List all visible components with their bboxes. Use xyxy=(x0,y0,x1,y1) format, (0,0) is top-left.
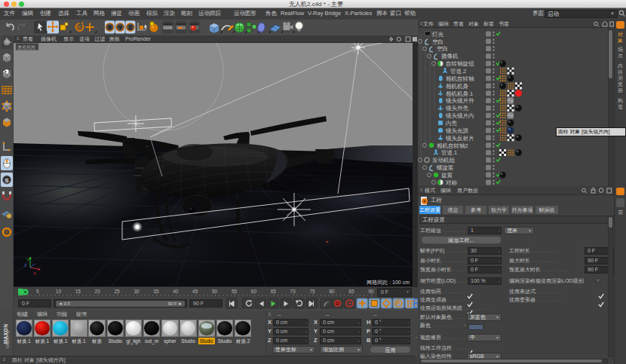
svg-text:相机机身.1: 相机机身.1 xyxy=(446,90,473,97)
svg-text:螺旋桨: 螺旋桨 xyxy=(437,164,454,171)
svg-text:管道.1: 管道.1 xyxy=(441,149,457,156)
svg-text:相机机身: 相机机身 xyxy=(446,83,469,90)
svg-text:镜头反射片: 镜头反射片 xyxy=(445,135,474,142)
svg-text:相机自转轴2: 相机自转轴2 xyxy=(437,142,468,149)
svg-text:X: X xyxy=(33,271,36,276)
svg-text:灯光: 灯光 xyxy=(431,31,444,38)
svg-text:镜头镜片内: 镜头镜片内 xyxy=(445,112,474,119)
svg-text:镜头镜片外: 镜头镜片外 xyxy=(445,97,474,104)
svg-text:对称: 对称 xyxy=(446,179,458,186)
svg-text:镜头外壳: 镜头外壳 xyxy=(445,105,469,112)
svg-text:P: P xyxy=(397,301,400,306)
svg-text:摄像机: 摄像机 xyxy=(441,53,459,60)
svg-text:镜头光源: 镜头光源 xyxy=(445,127,469,134)
svg-text:旋翼: 旋翼 xyxy=(441,172,453,179)
svg-text:Z: Z xyxy=(129,24,133,31)
svg-text:透视视图: 透视视图 xyxy=(17,44,35,50)
svg-text:S: S xyxy=(5,177,9,184)
svg-text:自转轴旋钮: 自转轴旋钮 xyxy=(446,60,474,67)
svg-text:管道.2: 管道.2 xyxy=(450,68,466,75)
svg-text:相机自转轴: 相机自转轴 xyxy=(446,75,474,82)
svg-text:X: X xyxy=(108,24,112,31)
svg-text:网格间距 : 100 cm: 网格间距 : 100 cm xyxy=(367,280,410,286)
svg-text:Y: Y xyxy=(26,258,29,262)
svg-text:发动机组: 发动机组 xyxy=(432,157,456,164)
svg-text:空白: 空白 xyxy=(437,45,448,52)
svg-text:空白: 空白 xyxy=(432,38,443,45)
svg-text:Y: Y xyxy=(118,24,123,31)
svg-text:内壳: 内壳 xyxy=(446,120,458,127)
